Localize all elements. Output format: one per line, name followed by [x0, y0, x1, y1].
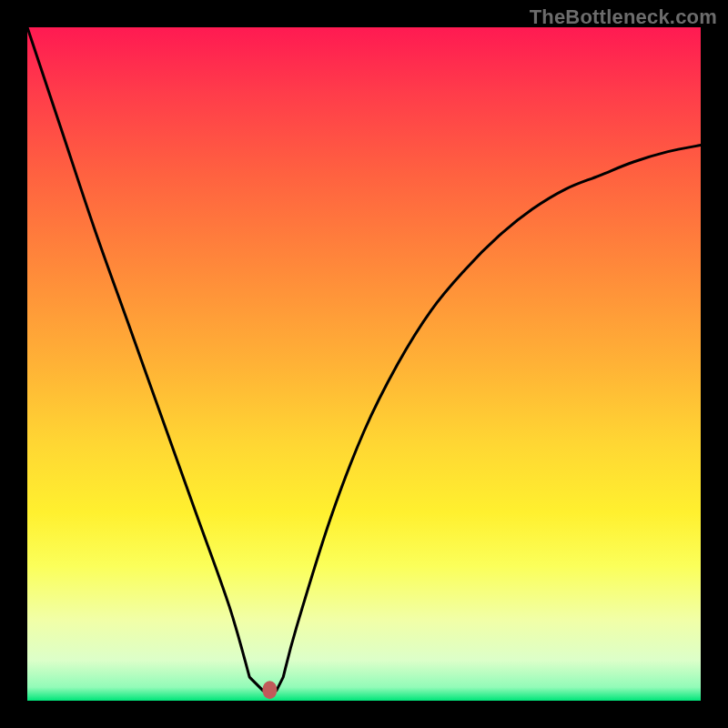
curve-path	[27, 27, 701, 691]
bottleneck-curve	[27, 27, 701, 701]
optimal-point-marker	[262, 681, 277, 699]
plot-area	[27, 27, 701, 701]
watermark-label: TheBottleneck.com	[530, 5, 717, 29]
chart-stage: TheBottleneck.com	[0, 0, 728, 728]
